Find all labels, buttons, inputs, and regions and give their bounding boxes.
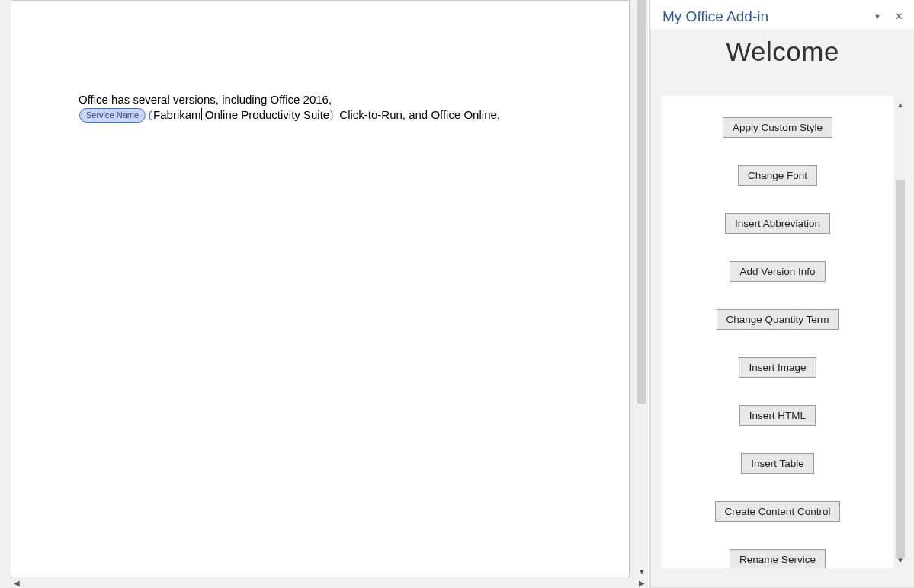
insert-abbreviation-button[interactable]: Insert Abbreviation <box>725 213 830 234</box>
welcome-heading: Welcome <box>651 29 914 79</box>
rename-service-button[interactable]: Rename Service <box>730 549 826 568</box>
taskpane-title: My Office Add-in <box>662 8 865 25</box>
taskpane-header: My Office Add-in ▼ ✕ <box>650 0 914 29</box>
change-quantity-term-button[interactable]: Change Quantity Term <box>717 309 839 330</box>
insert-image-button[interactable]: Insert Image <box>739 357 816 378</box>
document-page[interactable]: Office has several versions, including O… <box>11 0 630 577</box>
taskpane-vertical-scrollbar[interactable]: ▲ ▼ <box>894 97 906 567</box>
scrollbar-thumb[interactable] <box>896 180 905 558</box>
document-vertical-scrollbar[interactable]: ▼ <box>636 0 648 577</box>
taskpane: My Office Add-in ▼ ✕ Welcome Apply Custo… <box>649 0 914 588</box>
create-content-control-button[interactable]: Create Content Control <box>715 501 841 522</box>
content-control-tag[interactable]: Service Name <box>79 108 146 123</box>
insert-html-button[interactable]: Insert HTML <box>739 405 816 426</box>
content-control[interactable]: Service Name⟮Fabrikam Online Productivit… <box>79 108 336 121</box>
doc-text-after: Click-to-Run, and Office Online. <box>336 108 500 121</box>
document-paragraph[interactable]: Office has several versions, including O… <box>79 92 553 125</box>
taskpane-body: Welcome Apply Custom Style Change Font I… <box>650 29 914 588</box>
taskpane-menu-button[interactable]: ▼ <box>868 8 887 26</box>
chevron-down-icon: ▼ <box>874 13 881 21</box>
scrollbar-thumb[interactable] <box>637 0 646 404</box>
content-control-bracket-open: ⟮ <box>146 108 153 123</box>
apply-custom-style-button[interactable]: Apply Custom Style <box>723 117 832 138</box>
taskpane-content: Apply Custom Style Change Font Insert Ab… <box>661 96 894 568</box>
scroll-up-icon[interactable]: ▲ <box>896 99 905 110</box>
change-font-button[interactable]: Change Font <box>738 165 817 186</box>
content-control-value-after: Online Productivity Suite <box>202 108 330 121</box>
document-horizontal-scrollbar[interactable]: ◀ ▶ <box>11 577 648 588</box>
close-icon: ✕ <box>895 11 903 22</box>
content-control-bracket-close: ⟯ <box>329 108 336 123</box>
add-version-info-button[interactable]: Add Version Info <box>730 261 825 282</box>
content-control-value-before: Fabrikam <box>153 108 201 121</box>
scroll-down-icon[interactable]: ▼ <box>637 567 646 576</box>
button-list: Apply Custom Style Change Font Insert Ab… <box>661 96 894 568</box>
taskpane-close-button[interactable]: ✕ <box>890 8 908 26</box>
insert-table-button[interactable]: Insert Table <box>741 453 814 474</box>
scroll-right-icon[interactable]: ▶ <box>637 578 646 587</box>
scroll-left-icon[interactable]: ◀ <box>12 578 21 587</box>
scroll-down-icon[interactable]: ▼ <box>896 554 905 565</box>
document-area: Office has several versions, including O… <box>0 0 648 588</box>
doc-text-before: Office has several versions, including O… <box>79 93 332 106</box>
